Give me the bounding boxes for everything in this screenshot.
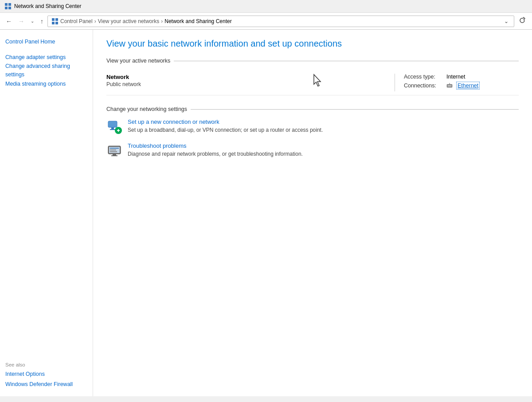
path-part-2: Network and Sharing Center [164, 18, 231, 24]
network-name: Network [106, 74, 242, 80]
new-connection-icon [106, 118, 122, 134]
title-bar: Network and Sharing Center [0, 0, 532, 13]
svg-rect-0 [5, 3, 8, 6]
sidebar-link-media-streaming[interactable]: Media streaming options [5, 79, 87, 89]
address-path: Control Panel › View your active network… [60, 18, 501, 24]
svg-rect-23 [110, 150, 116, 150]
path-sep-1: › [161, 18, 163, 24]
path-part-0: Control Panel [60, 18, 93, 24]
svg-rect-5 [55, 18, 58, 21]
svg-rect-10 [448, 85, 449, 87]
network-details: Access type: Internet Connections: [395, 74, 519, 91]
svg-rect-25 [113, 154, 116, 155]
sidebar: Control Panel Home Change adapter settin… [0, 30, 93, 396]
troubleshoot-text: Troubleshoot problems Diagnose and repai… [128, 142, 519, 158]
svg-rect-19 [118, 129, 119, 132]
sidebar-link-windows-defender[interactable]: Windows Defender Firewall [5, 379, 87, 390]
networking-settings-section: Change your networking settings [106, 106, 519, 158]
troubleshoot-link[interactable]: Troubleshoot problems [128, 142, 519, 149]
active-networks-line [174, 61, 519, 61]
svg-rect-12 [450, 85, 451, 87]
path-sep-0: › [94, 18, 96, 24]
connections-row: Connections: Ethernet [404, 82, 519, 90]
cursor-icon [312, 74, 325, 87]
svg-rect-6 [52, 22, 55, 24]
networking-settings-line [191, 109, 519, 110]
svg-rect-3 [8, 7, 11, 9]
ethernet-icon [446, 83, 453, 89]
sidebar-link-advanced-sharing[interactable]: Change advanced sharingsettings [5, 62, 87, 79]
history-button[interactable]: ⌄ [28, 17, 36, 25]
access-type-row: Access type: Internet [404, 74, 519, 80]
network-type: Public network [106, 81, 242, 87]
access-type-label: Access type: [404, 74, 444, 80]
connections-label: Connections: [404, 83, 444, 89]
troubleshoot-desc: Diagnose and repair network problems, or… [128, 151, 303, 157]
path-part-1: View your active networks [98, 18, 160, 24]
troubleshoot-item: Troubleshoot problems Diagnose and repai… [106, 142, 519, 158]
sidebar-link-control-panel-home[interactable]: Control Panel Home [5, 37, 87, 47]
svg-rect-22 [110, 148, 119, 149]
ethernet-link[interactable]: Ethernet [456, 82, 480, 90]
active-networks-label: View your active networks [106, 58, 170, 64]
new-connection-text: Set up a new connection or network Set u… [128, 118, 519, 134]
access-type-value: Internet [446, 74, 465, 80]
networking-settings-header: Change your networking settings [106, 106, 519, 112]
see-also-title: See also [5, 362, 87, 367]
address-icon [51, 18, 59, 25]
svg-marker-8 [314, 75, 321, 86]
back-button[interactable]: ← [4, 16, 14, 26]
svg-rect-2 [5, 7, 8, 9]
title-bar-icon [4, 3, 12, 10]
troubleshoot-icon [106, 142, 122, 158]
network-row: Network Public network Access type: Inte… [106, 70, 519, 95]
address-dropdown-button[interactable]: ⌄ [502, 18, 510, 24]
networking-settings-label: Change your networking settings [106, 106, 187, 112]
new-connection-link[interactable]: Set up a new connection or network [128, 118, 519, 125]
svg-rect-15 [111, 127, 114, 129]
forward-button[interactable]: → [16, 16, 27, 26]
active-networks-header: View your active networks [106, 58, 519, 64]
title-bar-text: Network and Sharing Center [14, 3, 81, 9]
svg-rect-11 [449, 85, 450, 87]
svg-rect-26 [111, 155, 117, 156]
new-connection-desc: Set up a broadband, dial-up, or VPN conn… [128, 127, 323, 133]
up-button[interactable]: ↑ [38, 16, 46, 26]
main-container: Control Panel Home Change adapter settin… [0, 30, 532, 396]
sidebar-link-internet-options[interactable]: Internet Options [5, 369, 87, 379]
svg-rect-16 [110, 129, 115, 130]
address-field[interactable]: Control Panel › View your active network… [47, 16, 514, 27]
svg-rect-1 [8, 3, 11, 6]
page-title: View your basic network information and … [106, 39, 519, 49]
svg-rect-24 [110, 151, 117, 152]
content-area: View your basic network information and … [93, 30, 532, 396]
svg-rect-4 [52, 18, 55, 21]
refresh-button[interactable] [516, 16, 528, 27]
address-bar: ← → ⌄ ↑ Control Panel › View your active… [0, 13, 532, 30]
sidebar-link-change-adapter[interactable]: Change adapter settings [5, 52, 87, 63]
network-icon-area [242, 74, 395, 87]
svg-rect-7 [55, 22, 58, 24]
network-info: Network Public network [106, 74, 242, 87]
settings-items: Set up a new connection or network Set u… [106, 118, 519, 158]
svg-rect-14 [108, 121, 117, 127]
new-connection-item: Set up a new connection or network Set u… [106, 118, 519, 134]
